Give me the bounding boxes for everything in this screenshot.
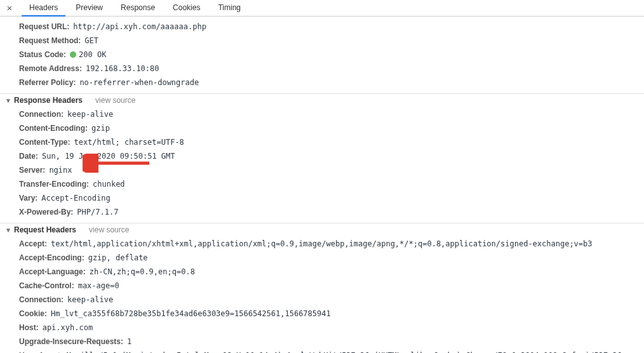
header-row: Accept-Language:zh-CN,zh;q=0.9,en;q=0.8 xyxy=(19,265,644,279)
header-key: Accept: xyxy=(19,238,47,250)
header-value: keep-alive xyxy=(67,294,113,305)
header-key: Request Method: xyxy=(19,35,81,46)
header-key: Connection: xyxy=(19,294,64,305)
header-key: Cache-Control: xyxy=(19,280,74,291)
header-row: Server:nginx xyxy=(19,163,644,177)
response-headers-list: Connection:keep-aliveContent-Encoding:gz… xyxy=(0,107,644,223)
header-row: Accept:text/html,application/xhtml+xml,a… xyxy=(19,237,644,251)
header-key: X-Powered-By: xyxy=(19,206,73,218)
header-row: Accept-Encoding:gzip, deflate xyxy=(19,251,644,265)
header-row: Content-Type:text/html; charset=UTF-8 xyxy=(19,135,644,149)
request-headers-list: Accept:text/html,application/xhtml+xml,a… xyxy=(0,236,644,353)
headers-panel: Request URL:http://api.xyh.com/aaaaaa.ph… xyxy=(0,17,644,353)
section-title: Response Headers xyxy=(14,96,83,105)
header-row: Transfer-Encoding:chunked xyxy=(19,177,644,191)
header-key: Referrer Policy: xyxy=(19,77,76,88)
header-key: Server: xyxy=(19,164,45,176)
tab-headers[interactable]: Headers xyxy=(22,1,65,17)
header-row: Request URL:http://api.xyh.com/aaaaaa.ph… xyxy=(19,20,644,34)
tab-timing[interactable]: Timing xyxy=(210,1,248,17)
response-headers-header[interactable]: ▼ Response Headers view source xyxy=(0,94,644,107)
header-value: Sun, 19 Jan 2020 09:50:51 GMT xyxy=(42,150,175,162)
header-key: Content-Type: xyxy=(19,137,70,148)
header-key: Vary: xyxy=(19,192,37,204)
header-key: Accept-Encoding: xyxy=(19,252,84,263)
header-row: Cache-Control:max-age=0 xyxy=(19,279,644,293)
header-row: Vary:Accept-Encoding xyxy=(19,191,644,205)
header-value: Hm_lvt_ca355f68b728be35b1fe34ad6e6303e9=… xyxy=(51,308,331,319)
header-value: zh-CN,zh;q=0.9,en;q=0.8 xyxy=(90,266,195,277)
header-key: Date: xyxy=(19,150,38,162)
header-key: Host: xyxy=(19,322,39,333)
header-row: Status Code:200 OK xyxy=(19,48,644,62)
devtools-panel: × Headers Preview Response Cookies Timin… xyxy=(0,0,644,353)
header-value: Accept-Encoding xyxy=(41,192,110,204)
header-key: Remote Address: xyxy=(19,63,82,74)
header-key: User-Agent: xyxy=(19,350,63,353)
header-value: chunked xyxy=(93,178,125,190)
close-icon[interactable]: × xyxy=(4,3,15,14)
header-row: Host:api.xyh.com xyxy=(19,321,644,335)
tab-response[interactable]: Response xyxy=(113,1,163,17)
chevron-down-icon: ▼ xyxy=(5,97,11,104)
tab-preview[interactable]: Preview xyxy=(68,1,111,17)
header-row: Upgrade-Insecure-Requests:1 xyxy=(19,335,644,349)
header-key: Accept-Language: xyxy=(19,266,86,277)
header-value: no-referrer-when-downgrade xyxy=(79,77,199,88)
header-value: text/html,application/xhtml+xml,applicat… xyxy=(51,238,593,250)
header-row: Connection:keep-alive xyxy=(19,107,644,121)
header-key: Upgrade-Insecure-Requests: xyxy=(19,336,123,347)
tab-bar: × Headers Preview Response Cookies Timin… xyxy=(0,0,644,17)
header-value: GET xyxy=(84,35,98,46)
request-headers-header[interactable]: ▼ Request Headers view source xyxy=(0,223,644,236)
header-value: keep-alive xyxy=(67,109,113,120)
view-source-link[interactable]: view source xyxy=(95,96,135,105)
header-key: Request URL: xyxy=(19,21,69,32)
header-value: http://api.xyh.com/aaaaaa.php xyxy=(73,21,206,32)
header-value: gzip, deflate xyxy=(88,252,148,263)
header-row: Content-Encoding:gzip xyxy=(19,121,644,135)
section-title: Request Headers xyxy=(14,225,76,234)
header-key: Cookie: xyxy=(19,308,47,319)
header-row: Referrer Policy:no-referrer-when-downgra… xyxy=(19,76,644,90)
header-row: Connection:keep-alive xyxy=(19,293,644,307)
header-row: Remote Address:192.168.33.10:80 xyxy=(19,62,644,76)
header-value: gzip xyxy=(91,123,110,134)
header-key: Content-Encoding: xyxy=(19,123,88,134)
header-key: Status Code: xyxy=(19,49,66,60)
header-row: Cookie:Hm_lvt_ca355f68b728be35b1fe34ad6e… xyxy=(19,307,644,321)
header-value: text/html; charset=UTF-8 xyxy=(74,137,184,148)
tab-cookies[interactable]: Cookies xyxy=(165,1,208,17)
header-key: Connection: xyxy=(19,109,64,120)
header-row: Request Method:GET xyxy=(19,34,644,48)
general-section: Request URL:http://api.xyh.com/aaaaaa.ph… xyxy=(0,19,644,93)
header-value: max-age=0 xyxy=(78,280,119,291)
header-row: Date:Sun, 19 Jan 2020 09:50:51 GMT xyxy=(19,149,644,163)
header-value: api.xyh.com xyxy=(43,322,93,333)
header-key: Transfer-Encoding: xyxy=(19,178,89,190)
header-value: 1 xyxy=(127,336,131,347)
header-value: nginx xyxy=(49,164,72,176)
status-dot-icon xyxy=(70,51,76,58)
header-value: 200 OK xyxy=(70,49,106,60)
header-value: 192.168.33.10:80 xyxy=(86,63,159,74)
chevron-down-icon: ▼ xyxy=(5,227,11,234)
header-value: PHP/7.1.7 xyxy=(77,206,118,218)
header-row: X-Powered-By:PHP/7.1.7 xyxy=(19,205,644,219)
view-source-link[interactable]: view source xyxy=(89,225,129,234)
